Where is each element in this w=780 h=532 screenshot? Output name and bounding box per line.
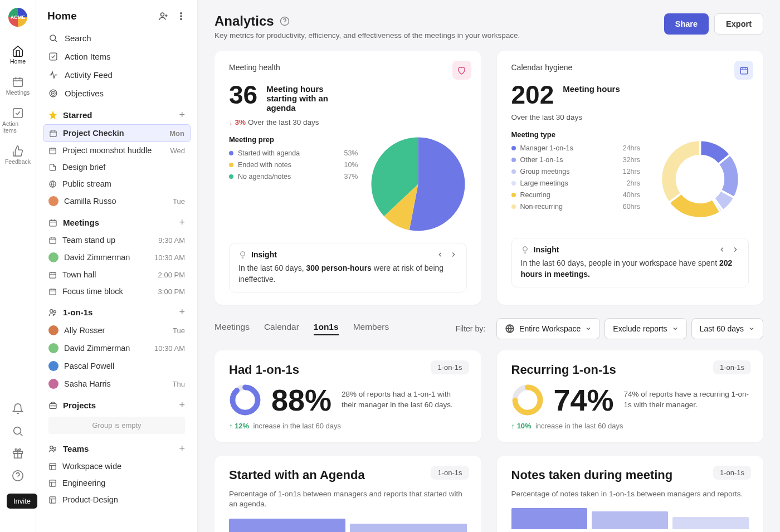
list-item[interactable]: David Zimmerman10:30 AM: [43, 339, 191, 357]
gift-icon[interactable]: [12, 447, 24, 460]
svg-rect-28: [50, 480, 56, 486]
rail-item-home[interactable]: Home: [2, 40, 33, 68]
had-1on1s-card: 1-on-1s Had 1-on-1s 88% 28% of reports h…: [214, 350, 481, 442]
group-head-projects[interactable]: Projects+: [43, 393, 191, 414]
file-icon: [48, 163, 57, 172]
arrow-left-icon[interactable]: [436, 251, 444, 258]
group-head-oneonones[interactable]: 1-on-1s+: [43, 300, 191, 321]
tab-calendar[interactable]: Calendar: [264, 322, 299, 335]
bar-chart: [229, 519, 467, 532]
insight-text: In the last 60 days, 300 person-hours we…: [238, 262, 457, 285]
card-corner-tag: 1-on-1s: [431, 360, 469, 374]
target-icon: [48, 89, 58, 98]
avatar: [48, 379, 58, 389]
chevron-down-icon: [672, 325, 679, 332]
list-item[interactable]: Town hall2:00 PM: [43, 266, 191, 283]
users-icon: [48, 445, 57, 453]
add-icon[interactable]: +: [179, 306, 185, 318]
list-item[interactable]: Design brief: [43, 159, 191, 175]
list-item[interactable]: Team stand up9:30 AM: [43, 232, 191, 248]
filter-last-60-days[interactable]: Last 60 days: [691, 318, 763, 339]
list-item[interactable]: Workspace wide: [43, 458, 191, 475]
invite-button[interactable]: Invite: [7, 494, 37, 509]
svg-rect-16: [50, 148, 56, 154]
list-item[interactable]: David Zimmerman10:30 AM: [43, 248, 191, 266]
avatar: [48, 196, 58, 206]
group-head-teams[interactable]: Teams+: [43, 436, 191, 458]
avatar: [48, 252, 58, 262]
add-user-icon[interactable]: [158, 11, 168, 21]
add-icon[interactable]: +: [179, 443, 185, 455]
meeting-health-card: Meeting health 36 Meeting hours starting…: [214, 51, 481, 305]
empty-label: Group is empty: [48, 417, 185, 434]
svg-point-9: [181, 18, 182, 19]
legend-row: Group meetings12hrs: [511, 168, 641, 175]
list-item[interactable]: Sasha HarrisThu: [43, 375, 191, 393]
svg-point-13: [51, 91, 55, 95]
rail-item-meetings[interactable]: Meetings: [2, 71, 33, 99]
share-button[interactable]: Share: [664, 13, 709, 35]
list-item[interactable]: Product-Design: [43, 491, 191, 508]
sidebar-nav-activity-feed[interactable]: Activity Feed: [43, 66, 191, 84]
filter-entire-workspace[interactable]: Entire Workspace: [496, 318, 600, 339]
rail-item-feedback[interactable]: Feedback: [2, 140, 33, 168]
svg-point-7: [181, 13, 182, 14]
info-icon[interactable]: [280, 16, 290, 26]
svg-rect-0: [13, 79, 23, 87]
card-corner-tag: 1-on-1s: [713, 466, 751, 480]
search-icon: [48, 33, 58, 43]
arrow-right-icon[interactable]: [732, 246, 739, 253]
search-icon[interactable]: [12, 425, 24, 437]
group-head-meetings[interactable]: Meetings+: [43, 210, 191, 232]
list-item[interactable]: Public stream: [43, 175, 191, 192]
svg-point-26: [53, 447, 56, 449]
bulb-icon: [521, 246, 529, 254]
chevron-down-icon: [748, 325, 755, 332]
list-item[interactable]: Focus time block3:00 PM: [43, 283, 191, 300]
svg-point-31: [241, 251, 245, 256]
list-item[interactable]: Camilla RussoTue: [43, 192, 191, 210]
sidebar-nav-action-items[interactable]: Action Items: [43, 47, 191, 66]
tab-members[interactable]: Members: [353, 322, 389, 335]
recurring-1on1s-card: 1-on-1s Recurring 1-on-1s 74% 74% of rep…: [497, 350, 764, 442]
list-item[interactable]: Pascal Powell: [43, 357, 191, 375]
add-icon[interactable]: +: [179, 399, 185, 411]
stat-description: 74% of reports have a recurring 1-on-1s …: [624, 389, 749, 411]
bell-icon[interactable]: [12, 403, 24, 415]
arrow-right-icon[interactable]: [450, 251, 457, 258]
calendar-icon: [12, 76, 24, 88]
nav-rail: ACME HomeMeetingsAction ItemsFeedback: [0, 0, 36, 532]
tab-1on1s[interactable]: 1on1s: [314, 322, 339, 335]
rail-item-action-items[interactable]: Action Items: [2, 103, 33, 137]
layout-icon: [48, 479, 57, 487]
increase-row: ↑ 10% increase in the last 60 days: [511, 422, 749, 430]
list-item[interactable]: Engineering: [43, 475, 191, 491]
list-item[interactable]: Project moonshot huddleWed: [43, 142, 191, 159]
add-icon[interactable]: +: [179, 109, 185, 121]
legend-title: Meeting type: [511, 130, 641, 139]
legend-row: Large meetings2hrs: [511, 179, 641, 187]
add-icon[interactable]: +: [179, 217, 185, 228]
list-item[interactable]: Ally RosserTue: [43, 321, 191, 339]
sidebar-nav-search[interactable]: Search: [43, 29, 191, 47]
help-icon[interactable]: [12, 470, 24, 482]
export-button[interactable]: Export: [714, 13, 763, 35]
tab-meetings[interactable]: Meetings: [214, 322, 250, 335]
filter-exclude-reports[interactable]: Exclude reports: [604, 318, 686, 339]
group-head-starred[interactable]: Starred+: [43, 103, 191, 124]
workspace-logo[interactable]: ACME: [8, 8, 27, 27]
users-icon: [48, 308, 57, 317]
svg-rect-15: [50, 131, 56, 136]
sidebar-nav-objectives[interactable]: Objectives: [43, 84, 191, 103]
legend-row: Recurring40hrs: [511, 191, 641, 199]
svg-point-2: [14, 427, 21, 435]
more-vertical-icon[interactable]: [176, 11, 186, 21]
bulb-icon: [238, 251, 247, 259]
calendar-icon: [48, 147, 57, 155]
page-title: Analytics: [214, 13, 520, 29]
svg-rect-11: [50, 53, 57, 60]
svg-point-8: [181, 16, 182, 17]
arrow-left-icon[interactable]: [718, 246, 726, 253]
stat-percent: 74%: [554, 385, 614, 415]
list-item[interactable]: Project CheckinMon: [43, 124, 191, 142]
